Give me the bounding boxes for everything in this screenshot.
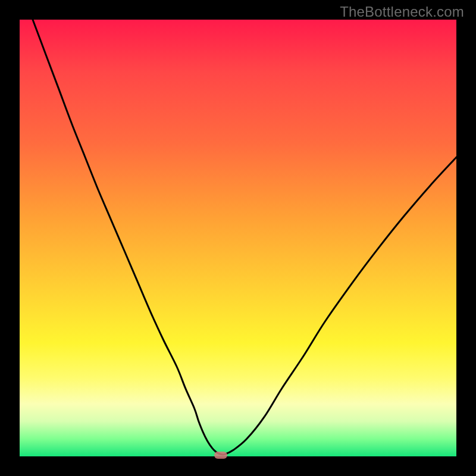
minimum-marker xyxy=(214,452,227,459)
bottleneck-curve xyxy=(20,20,456,456)
chart-frame: TheBottleneck.com xyxy=(0,0,476,476)
watermark-text: TheBottleneck.com xyxy=(340,4,464,20)
curve-path xyxy=(33,20,456,455)
plot-area xyxy=(20,20,456,456)
